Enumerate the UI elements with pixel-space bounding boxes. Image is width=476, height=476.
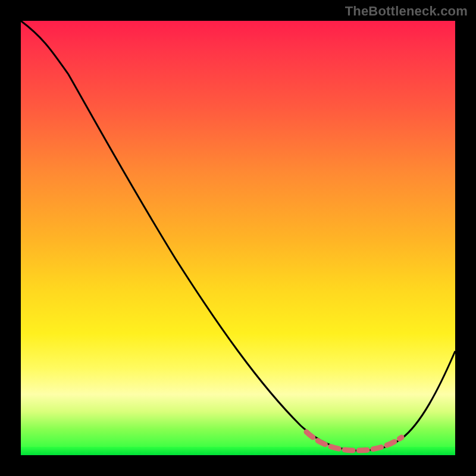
bottleneck-curve [21,21,455,450]
watermark-text: TheBottleneck.com [345,4,468,19]
highlight-segment [306,432,402,450]
curve-svg [21,21,455,455]
plot-area [21,21,455,455]
chart-frame: TheBottleneck.com [0,0,476,476]
